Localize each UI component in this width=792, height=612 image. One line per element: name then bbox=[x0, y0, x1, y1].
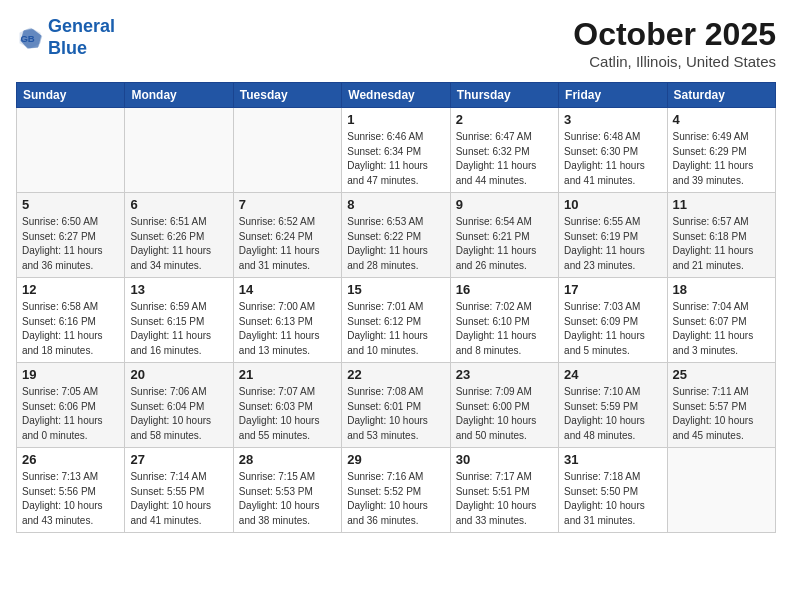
calendar-cell: 6Sunrise: 6:51 AM Sunset: 6:26 PM Daylig… bbox=[125, 193, 233, 278]
calendar-cell: 5Sunrise: 6:50 AM Sunset: 6:27 PM Daylig… bbox=[17, 193, 125, 278]
weekday-header-tuesday: Tuesday bbox=[233, 83, 341, 108]
calendar-cell: 8Sunrise: 6:53 AM Sunset: 6:22 PM Daylig… bbox=[342, 193, 450, 278]
logo: GB General Blue bbox=[16, 16, 115, 59]
calendar-cell: 4Sunrise: 6:49 AM Sunset: 6:29 PM Daylig… bbox=[667, 108, 775, 193]
day-info: Sunrise: 6:54 AM Sunset: 6:21 PM Dayligh… bbox=[456, 215, 553, 273]
calendar-cell: 25Sunrise: 7:11 AM Sunset: 5:57 PM Dayli… bbox=[667, 363, 775, 448]
weekday-header-monday: Monday bbox=[125, 83, 233, 108]
day-info: Sunrise: 7:07 AM Sunset: 6:03 PM Dayligh… bbox=[239, 385, 336, 443]
calendar-table: SundayMondayTuesdayWednesdayThursdayFrid… bbox=[16, 82, 776, 533]
week-row-4: 19Sunrise: 7:05 AM Sunset: 6:06 PM Dayli… bbox=[17, 363, 776, 448]
day-number: 9 bbox=[456, 197, 553, 212]
day-number: 12 bbox=[22, 282, 119, 297]
calendar-cell: 9Sunrise: 6:54 AM Sunset: 6:21 PM Daylig… bbox=[450, 193, 558, 278]
calendar-cell: 15Sunrise: 7:01 AM Sunset: 6:12 PM Dayli… bbox=[342, 278, 450, 363]
day-number: 11 bbox=[673, 197, 770, 212]
day-number: 31 bbox=[564, 452, 661, 467]
calendar-cell bbox=[667, 448, 775, 533]
calendar-cell: 17Sunrise: 7:03 AM Sunset: 6:09 PM Dayli… bbox=[559, 278, 667, 363]
day-number: 13 bbox=[130, 282, 227, 297]
logo-text: General Blue bbox=[48, 16, 115, 59]
day-info: Sunrise: 7:01 AM Sunset: 6:12 PM Dayligh… bbox=[347, 300, 444, 358]
day-info: Sunrise: 6:48 AM Sunset: 6:30 PM Dayligh… bbox=[564, 130, 661, 188]
week-row-5: 26Sunrise: 7:13 AM Sunset: 5:56 PM Dayli… bbox=[17, 448, 776, 533]
day-number: 27 bbox=[130, 452, 227, 467]
day-number: 2 bbox=[456, 112, 553, 127]
calendar-cell: 16Sunrise: 7:02 AM Sunset: 6:10 PM Dayli… bbox=[450, 278, 558, 363]
day-number: 28 bbox=[239, 452, 336, 467]
week-row-3: 12Sunrise: 6:58 AM Sunset: 6:16 PM Dayli… bbox=[17, 278, 776, 363]
day-number: 15 bbox=[347, 282, 444, 297]
day-info: Sunrise: 7:02 AM Sunset: 6:10 PM Dayligh… bbox=[456, 300, 553, 358]
logo-line2: Blue bbox=[48, 38, 87, 58]
weekday-header-friday: Friday bbox=[559, 83, 667, 108]
day-number: 4 bbox=[673, 112, 770, 127]
calendar-cell: 26Sunrise: 7:13 AM Sunset: 5:56 PM Dayli… bbox=[17, 448, 125, 533]
month-title: October 2025 bbox=[573, 16, 776, 53]
day-info: Sunrise: 6:51 AM Sunset: 6:26 PM Dayligh… bbox=[130, 215, 227, 273]
day-number: 16 bbox=[456, 282, 553, 297]
day-info: Sunrise: 7:14 AM Sunset: 5:55 PM Dayligh… bbox=[130, 470, 227, 528]
day-number: 25 bbox=[673, 367, 770, 382]
day-number: 8 bbox=[347, 197, 444, 212]
calendar-cell: 7Sunrise: 6:52 AM Sunset: 6:24 PM Daylig… bbox=[233, 193, 341, 278]
location-title: Catlin, Illinois, United States bbox=[573, 53, 776, 70]
calendar-cell: 13Sunrise: 6:59 AM Sunset: 6:15 PM Dayli… bbox=[125, 278, 233, 363]
day-number: 23 bbox=[456, 367, 553, 382]
day-number: 14 bbox=[239, 282, 336, 297]
calendar-cell: 30Sunrise: 7:17 AM Sunset: 5:51 PM Dayli… bbox=[450, 448, 558, 533]
day-number: 30 bbox=[456, 452, 553, 467]
calendar-cell: 29Sunrise: 7:16 AM Sunset: 5:52 PM Dayli… bbox=[342, 448, 450, 533]
day-info: Sunrise: 7:10 AM Sunset: 5:59 PM Dayligh… bbox=[564, 385, 661, 443]
day-number: 7 bbox=[239, 197, 336, 212]
weekday-header-wednesday: Wednesday bbox=[342, 83, 450, 108]
day-info: Sunrise: 6:58 AM Sunset: 6:16 PM Dayligh… bbox=[22, 300, 119, 358]
calendar-cell: 1Sunrise: 6:46 AM Sunset: 6:34 PM Daylig… bbox=[342, 108, 450, 193]
day-info: Sunrise: 7:11 AM Sunset: 5:57 PM Dayligh… bbox=[673, 385, 770, 443]
day-info: Sunrise: 7:03 AM Sunset: 6:09 PM Dayligh… bbox=[564, 300, 661, 358]
day-number: 26 bbox=[22, 452, 119, 467]
day-number: 6 bbox=[130, 197, 227, 212]
day-info: Sunrise: 6:57 AM Sunset: 6:18 PM Dayligh… bbox=[673, 215, 770, 273]
calendar-cell bbox=[233, 108, 341, 193]
week-row-2: 5Sunrise: 6:50 AM Sunset: 6:27 PM Daylig… bbox=[17, 193, 776, 278]
calendar-cell: 2Sunrise: 6:47 AM Sunset: 6:32 PM Daylig… bbox=[450, 108, 558, 193]
day-info: Sunrise: 7:00 AM Sunset: 6:13 PM Dayligh… bbox=[239, 300, 336, 358]
calendar-cell: 31Sunrise: 7:18 AM Sunset: 5:50 PM Dayli… bbox=[559, 448, 667, 533]
calendar-cell: 11Sunrise: 6:57 AM Sunset: 6:18 PM Dayli… bbox=[667, 193, 775, 278]
day-number: 10 bbox=[564, 197, 661, 212]
day-info: Sunrise: 6:59 AM Sunset: 6:15 PM Dayligh… bbox=[130, 300, 227, 358]
calendar-cell: 12Sunrise: 6:58 AM Sunset: 6:16 PM Dayli… bbox=[17, 278, 125, 363]
weekday-header-row: SundayMondayTuesdayWednesdayThursdayFrid… bbox=[17, 83, 776, 108]
day-number: 1 bbox=[347, 112, 444, 127]
day-number: 19 bbox=[22, 367, 119, 382]
day-number: 17 bbox=[564, 282, 661, 297]
day-info: Sunrise: 6:49 AM Sunset: 6:29 PM Dayligh… bbox=[673, 130, 770, 188]
svg-text:GB: GB bbox=[20, 32, 34, 43]
day-info: Sunrise: 7:06 AM Sunset: 6:04 PM Dayligh… bbox=[130, 385, 227, 443]
day-info: Sunrise: 6:52 AM Sunset: 6:24 PM Dayligh… bbox=[239, 215, 336, 273]
calendar-cell bbox=[125, 108, 233, 193]
day-info: Sunrise: 7:05 AM Sunset: 6:06 PM Dayligh… bbox=[22, 385, 119, 443]
day-number: 24 bbox=[564, 367, 661, 382]
calendar-cell: 28Sunrise: 7:15 AM Sunset: 5:53 PM Dayli… bbox=[233, 448, 341, 533]
title-block: October 2025 Catlin, Illinois, United St… bbox=[573, 16, 776, 70]
day-info: Sunrise: 6:55 AM Sunset: 6:19 PM Dayligh… bbox=[564, 215, 661, 273]
calendar-cell: 22Sunrise: 7:08 AM Sunset: 6:01 PM Dayli… bbox=[342, 363, 450, 448]
day-info: Sunrise: 6:47 AM Sunset: 6:32 PM Dayligh… bbox=[456, 130, 553, 188]
calendar-cell: 24Sunrise: 7:10 AM Sunset: 5:59 PM Dayli… bbox=[559, 363, 667, 448]
day-number: 3 bbox=[564, 112, 661, 127]
weekday-header-saturday: Saturday bbox=[667, 83, 775, 108]
calendar-cell: 18Sunrise: 7:04 AM Sunset: 6:07 PM Dayli… bbox=[667, 278, 775, 363]
day-number: 22 bbox=[347, 367, 444, 382]
day-number: 21 bbox=[239, 367, 336, 382]
logo-icon: GB bbox=[16, 24, 44, 52]
day-info: Sunrise: 6:50 AM Sunset: 6:27 PM Dayligh… bbox=[22, 215, 119, 273]
page-header: GB General Blue October 2025 Catlin, Ill… bbox=[16, 16, 776, 70]
weekday-header-thursday: Thursday bbox=[450, 83, 558, 108]
day-number: 5 bbox=[22, 197, 119, 212]
day-number: 18 bbox=[673, 282, 770, 297]
day-info: Sunrise: 7:16 AM Sunset: 5:52 PM Dayligh… bbox=[347, 470, 444, 528]
calendar-cell: 20Sunrise: 7:06 AM Sunset: 6:04 PM Dayli… bbox=[125, 363, 233, 448]
day-info: Sunrise: 6:53 AM Sunset: 6:22 PM Dayligh… bbox=[347, 215, 444, 273]
